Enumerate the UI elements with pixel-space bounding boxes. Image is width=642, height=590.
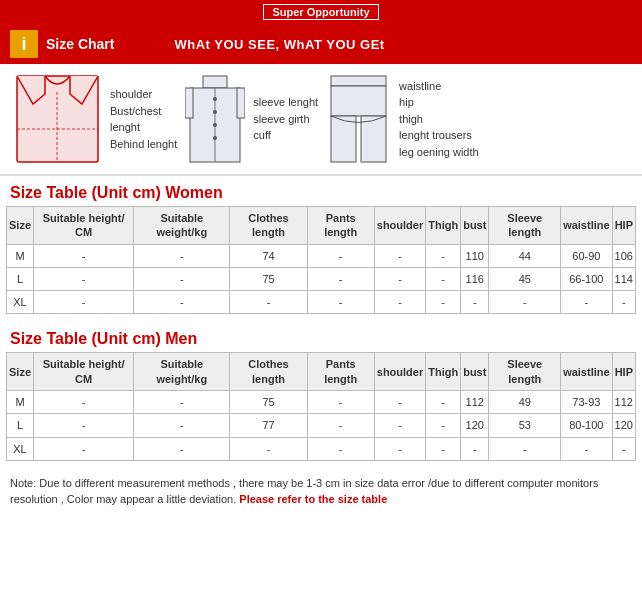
col-waist-m: waistline xyxy=(561,353,612,391)
women-title: Size Table (Unit cm) Women xyxy=(0,176,642,206)
men-section: Size Table (Unit cm) Men Size Suitable h… xyxy=(0,322,642,468)
men-table-wrapper: Size Suitable height/ CM Suitable weight… xyxy=(0,352,642,468)
table-cell: - xyxy=(374,437,425,460)
table-cell: - xyxy=(34,244,134,267)
table-cell: - xyxy=(426,291,461,314)
table-cell: - xyxy=(426,267,461,290)
svg-point-9 xyxy=(213,136,217,140)
table-cell: - xyxy=(34,267,134,290)
table-cell: - xyxy=(134,244,230,267)
col-thigh-m: Thigh xyxy=(426,353,461,391)
note-section: Note: Due to different measurement metho… xyxy=(0,469,642,518)
men-size-table: Size Suitable height/ CM Suitable weight… xyxy=(6,352,636,460)
table-cell: - xyxy=(134,391,230,414)
table-cell: - xyxy=(134,291,230,314)
header-title: Size Chart xyxy=(46,36,114,52)
svg-rect-11 xyxy=(237,88,245,118)
table-cell: 73-93 xyxy=(561,391,612,414)
table-cell: - xyxy=(426,244,461,267)
table-cell: - xyxy=(34,414,134,437)
table-cell: 45 xyxy=(489,267,561,290)
label-lenght-trousers: lenght trousers xyxy=(399,127,479,144)
diagram-labels-center: sleeve lenght sleeve girth cuff xyxy=(253,94,318,144)
label-cuff: cuff xyxy=(253,127,318,144)
col-height-w: Suitable height/ CM xyxy=(34,207,134,245)
label-bust: Bust/chest xyxy=(110,103,177,120)
table-cell: - xyxy=(34,291,134,314)
diagram-labels-left: shoulder Bust/chest lenght Behind lenght xyxy=(110,86,177,152)
table-cell: - xyxy=(307,244,374,267)
svg-rect-10 xyxy=(185,88,193,118)
table-cell: - xyxy=(612,291,635,314)
table-cell: 112 xyxy=(612,391,635,414)
table-cell: 74 xyxy=(230,244,307,267)
table-row: XL---------- xyxy=(7,291,636,314)
col-thigh-w: Thigh xyxy=(426,207,461,245)
shirt-diagram xyxy=(185,74,245,164)
tshirt-diagram xyxy=(15,74,100,164)
label-sleeve-length: sleeve lenght xyxy=(253,94,318,111)
table-cell: - xyxy=(561,437,612,460)
label-waistline: waistline xyxy=(399,78,479,95)
header-icon: i xyxy=(10,30,38,58)
table-cell: - xyxy=(34,391,134,414)
table-cell: - xyxy=(374,244,425,267)
col-clothes-m: Clothes length xyxy=(230,353,307,391)
table-cell: - xyxy=(426,437,461,460)
table-cell: 49 xyxy=(489,391,561,414)
table-cell: - xyxy=(230,437,307,460)
table-cell: 116 xyxy=(461,267,489,290)
table-cell: - xyxy=(426,414,461,437)
label-shoulder: shoulder xyxy=(110,86,177,103)
men-title: Size Table (Unit cm) Men xyxy=(0,322,642,352)
col-sleeve-w: Sleeve length xyxy=(489,207,561,245)
label-leg-opening: leg oening width xyxy=(399,144,479,161)
table-row: XL---------- xyxy=(7,437,636,460)
col-shoulder-w: shoulder xyxy=(374,207,425,245)
table-cell: 66-100 xyxy=(561,267,612,290)
col-weight-w: Suitable weight/kg xyxy=(134,207,230,245)
label-sleeve-girth: sleeve girth xyxy=(253,111,318,128)
table-cell: 110 xyxy=(461,244,489,267)
table-cell: 44 xyxy=(489,244,561,267)
table-cell: 120 xyxy=(461,414,489,437)
col-hip-m: HIP xyxy=(612,353,635,391)
label-hip: hip xyxy=(399,94,479,111)
svg-rect-3 xyxy=(203,76,227,88)
table-row: M--75---1124973-93112 xyxy=(7,391,636,414)
col-size-m: Size xyxy=(7,353,34,391)
table-cell: 80-100 xyxy=(561,414,612,437)
svg-rect-13 xyxy=(331,86,386,116)
men-header-row: Size Suitable height/ CM Suitable weight… xyxy=(7,353,636,391)
table-cell: - xyxy=(134,267,230,290)
table-cell: - xyxy=(461,291,489,314)
table-cell: - xyxy=(134,414,230,437)
table-cell: - xyxy=(612,437,635,460)
table-cell: - xyxy=(489,291,561,314)
table-cell: L xyxy=(7,414,34,437)
banner-text: Super Opportunity xyxy=(263,4,378,20)
table-cell: M xyxy=(7,391,34,414)
diagram-labels-right: waistline hip thigh lenght trousers leg … xyxy=(399,78,479,161)
svg-rect-15 xyxy=(361,116,386,162)
table-cell: 112 xyxy=(461,391,489,414)
svg-point-6 xyxy=(213,97,217,101)
col-size-w: Size xyxy=(7,207,34,245)
col-sleeve-m: Sleeve length xyxy=(489,353,561,391)
svg-rect-12 xyxy=(331,76,386,86)
women-table-wrapper: Size Suitable height/ CM Suitable weight… xyxy=(0,206,642,322)
table-cell: 77 xyxy=(230,414,307,437)
table-cell: - xyxy=(307,414,374,437)
table-cell: - xyxy=(426,391,461,414)
table-cell: - xyxy=(374,414,425,437)
table-cell: 75 xyxy=(230,391,307,414)
col-pants-m: Pants length xyxy=(307,353,374,391)
svg-point-8 xyxy=(213,123,217,127)
table-cell: - xyxy=(374,267,425,290)
label-behind: Behind lenght xyxy=(110,136,177,153)
table-cell: 60-90 xyxy=(561,244,612,267)
col-hip-w: HIP xyxy=(612,207,635,245)
women-size-table: Size Suitable height/ CM Suitable weight… xyxy=(6,206,636,314)
svg-rect-14 xyxy=(331,116,356,162)
table-cell: 53 xyxy=(489,414,561,437)
